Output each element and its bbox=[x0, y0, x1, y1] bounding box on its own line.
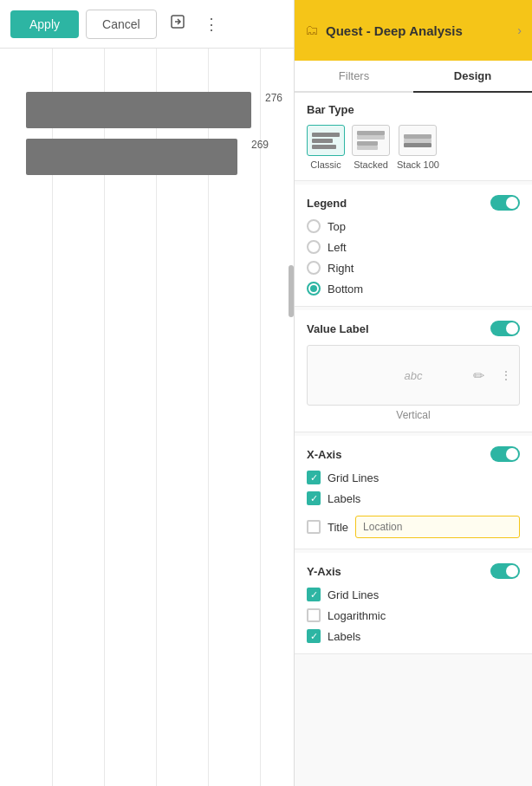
stacked-label: Stacked bbox=[354, 159, 388, 170]
x-axis-labels-checkbox[interactable] bbox=[307, 491, 321, 505]
stack100-icon bbox=[399, 125, 437, 156]
left-panel: Apply Cancel ⋮ 276 269 bbox=[0, 0, 295, 786]
y-axis-title: Y-Axis bbox=[307, 565, 341, 578]
y-axis-grid-lines-checkbox[interactable] bbox=[307, 588, 321, 601]
legend-right-radio[interactable] bbox=[307, 261, 321, 275]
y-axis-grid-lines[interactable]: Grid Lines bbox=[307, 588, 520, 601]
quest-header-left: 🗂 Quest - Deep Analysis bbox=[305, 23, 463, 38]
bar-type-options: Classic Stacked bbox=[307, 125, 520, 170]
x-axis-title-input[interactable] bbox=[355, 516, 520, 538]
export-button[interactable] bbox=[164, 10, 191, 38]
y-axis-logarithmic[interactable]: Logarithmic bbox=[307, 608, 520, 622]
legend-right[interactable]: Right bbox=[307, 261, 520, 275]
legend-section: Legend Top Left Right Bottom bbox=[295, 185, 532, 307]
x-axis-grid-lines[interactable]: Grid Lines bbox=[307, 471, 520, 484]
legend-radio-group: Top Left Right Bottom bbox=[307, 219, 520, 296]
y-axis-logarithmic-checkbox[interactable] bbox=[307, 608, 321, 622]
legend-left[interactable]: Left bbox=[307, 240, 520, 254]
bar-row: 276 bbox=[26, 92, 285, 128]
x-axis-header: X-Axis bbox=[307, 446, 520, 462]
value-label-orientation: Vertical bbox=[307, 409, 520, 421]
value-label-title: Value Label bbox=[307, 322, 369, 335]
bar-type-title: Bar Type bbox=[307, 103, 354, 116]
legend-title: Legend bbox=[307, 197, 347, 210]
tab-design[interactable]: Design bbox=[413, 61, 532, 93]
x-axis-toggle[interactable] bbox=[490, 446, 520, 462]
bar-type-classic[interactable]: Classic bbox=[307, 125, 345, 170]
y-axis-toggle[interactable] bbox=[490, 563, 520, 579]
x-axis-labels[interactable]: Labels bbox=[307, 491, 520, 505]
more-options-button[interactable]: ⋮ bbox=[198, 11, 224, 37]
bar-line bbox=[312, 145, 336, 149]
panel-tabs: Filters Design bbox=[295, 61, 532, 93]
bar-value: 276 bbox=[265, 92, 282, 104]
more-icon: ⋮ bbox=[500, 368, 512, 382]
x-axis-checkboxes: Grid Lines Labels Title bbox=[307, 471, 520, 538]
x-axis-title-row: Title bbox=[307, 516, 520, 538]
x-axis-grid-lines-label: Grid Lines bbox=[328, 471, 379, 484]
bar-type-stack100[interactable]: Stack 100 bbox=[397, 125, 439, 170]
y-axis-labels-checkbox[interactable] bbox=[307, 629, 321, 643]
quest-header[interactable]: 🗂 Quest - Deep Analysis › bbox=[295, 0, 532, 61]
pen-icon: ✏ bbox=[473, 367, 484, 384]
bar: 269 bbox=[26, 139, 237, 175]
bar-line bbox=[404, 143, 431, 147]
y-axis-logarithmic-label: Logarithmic bbox=[328, 609, 386, 622]
x-axis-labels-label: Labels bbox=[328, 492, 360, 505]
apply-button[interactable]: Apply bbox=[10, 10, 79, 38]
chart-area: 276 269 bbox=[0, 49, 294, 786]
legend-bottom[interactable]: Bottom bbox=[307, 282, 520, 296]
value-label-section: Value Label abc ✏ ⋮ Vertical bbox=[295, 310, 532, 432]
bar-line bbox=[312, 139, 333, 143]
y-axis-labels[interactable]: Labels bbox=[307, 629, 520, 643]
x-axis-section: X-Axis Grid Lines Labels Title bbox=[295, 436, 532, 549]
value-label-preview: abc ✏ ⋮ bbox=[307, 345, 520, 406]
stack100-label: Stack 100 bbox=[397, 159, 439, 170]
x-axis-grid-lines-checkbox[interactable] bbox=[307, 471, 321, 484]
legend-header: Legend bbox=[307, 195, 520, 211]
y-axis-header: Y-Axis bbox=[307, 563, 520, 579]
y-axis-grid-lines-label: Grid Lines bbox=[328, 588, 379, 601]
cancel-button[interactable]: Cancel bbox=[86, 10, 157, 39]
legend-bottom-radio[interactable] bbox=[307, 282, 321, 296]
bar: 276 bbox=[26, 92, 251, 128]
classic-icon bbox=[307, 125, 345, 156]
bar-value: 269 bbox=[251, 139, 269, 151]
bar-line bbox=[312, 133, 340, 137]
classic-label: Classic bbox=[310, 159, 341, 170]
quest-title: Quest - Deep Analysis bbox=[326, 23, 463, 38]
x-axis-title-checkbox[interactable] bbox=[307, 520, 321, 534]
value-label-toggle[interactable] bbox=[490, 321, 520, 336]
right-panel: 🗂 Quest - Deep Analysis › Filters Design… bbox=[295, 0, 532, 786]
x-axis-title-label: Title bbox=[328, 521, 348, 534]
legend-left-radio[interactable] bbox=[307, 240, 321, 254]
quest-icon: 🗂 bbox=[305, 23, 319, 38]
chevron-right-icon: › bbox=[517, 23, 522, 37]
bar-type-stacked[interactable]: Stacked bbox=[352, 125, 390, 170]
x-axis-title: X-Axis bbox=[307, 448, 341, 461]
scrollbar-handle[interactable] bbox=[289, 265, 294, 317]
bar-line bbox=[404, 134, 431, 139]
bar-row: 269 bbox=[26, 139, 285, 175]
y-axis-labels-label: Labels bbox=[328, 630, 360, 643]
bar-line bbox=[404, 139, 431, 143]
legend-top[interactable]: Top bbox=[307, 219, 520, 233]
bar-type-section: Bar Type Classic bbox=[295, 93, 532, 181]
value-label-header: Value Label bbox=[307, 321, 520, 336]
bar-line bbox=[357, 135, 385, 140]
y-axis-section: Y-Axis Grid Lines Logarithmic Labels bbox=[295, 553, 532, 654]
legend-top-label: Top bbox=[328, 220, 346, 233]
legend-left-label: Left bbox=[328, 241, 347, 254]
legend-right-label: Right bbox=[328, 262, 354, 275]
bar-line bbox=[357, 146, 378, 150]
y-axis-checkboxes: Grid Lines Logarithmic Labels bbox=[307, 588, 520, 643]
bar-type-header: Bar Type bbox=[307, 103, 520, 116]
legend-top-radio[interactable] bbox=[307, 219, 321, 233]
legend-toggle[interactable] bbox=[490, 195, 520, 211]
tab-filters[interactable]: Filters bbox=[295, 61, 413, 93]
value-label-preview-text: abc bbox=[405, 369, 423, 382]
legend-bottom-label: Bottom bbox=[328, 283, 363, 296]
stacked-icon bbox=[352, 125, 390, 156]
toolbar: Apply Cancel ⋮ bbox=[0, 0, 294, 49]
